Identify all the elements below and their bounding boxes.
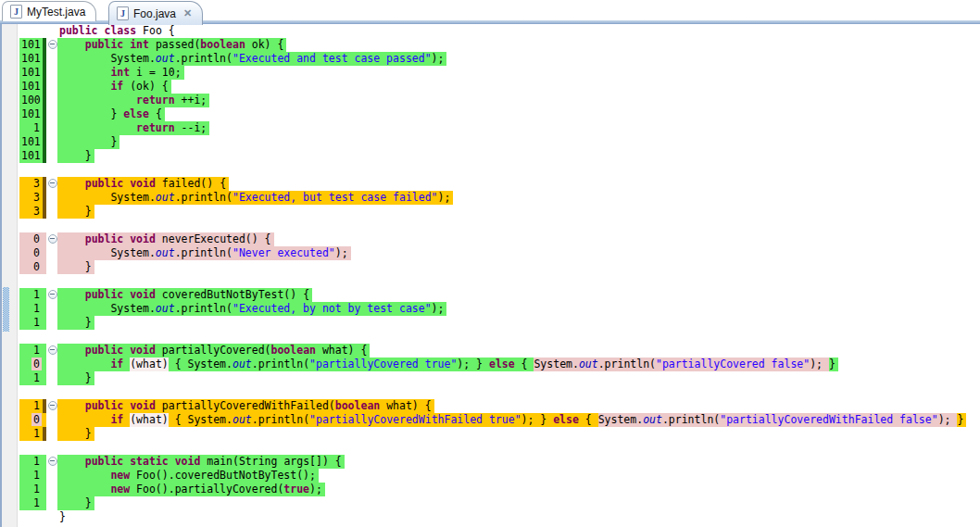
code-line[interactable]: public class Foo { — [0, 24, 980, 38]
tab-mytest-java[interactable]: J MyTest.java — [2, 1, 96, 21]
coverage-count: 1 — [19, 496, 46, 510]
coverage-count: 0 — [19, 358, 46, 371]
code-line[interactable] — [0, 219, 980, 232]
code-line[interactable]: 1 } — [0, 371, 980, 385]
coverage-count: 1 — [19, 371, 46, 385]
code-line[interactable] — [0, 441, 980, 455]
coverage-change-bar — [43, 80, 46, 94]
fold-minus-icon[interactable] — [48, 345, 57, 355]
code-text: if (what) { System.out.println("partiall… — [57, 358, 838, 371]
coverage-count: 1 — [19, 344, 46, 358]
code-line[interactable]: 101 public int passed(boolean ok) { — [0, 38, 980, 52]
fold-minus-icon[interactable] — [48, 290, 57, 299]
tab-foo-java[interactable]: J Foo.java ✕ — [108, 1, 203, 25]
code-text: return --i; — [57, 121, 209, 135]
code-text: System.out.println("Executed and test ca… — [57, 52, 446, 66]
code-text: } — [57, 316, 94, 330]
fold-minus-icon[interactable] — [48, 234, 57, 244]
code-text: } — [57, 510, 69, 524]
tab-label: MyTest.java — [27, 6, 85, 19]
code-line[interactable] — [0, 330, 980, 344]
coverage-count: 1 — [19, 288, 46, 302]
code-line[interactable]: 101 int i = 10; — [0, 66, 980, 80]
code-line[interactable]: 1 new Foo().coveredButNotByTest(); — [0, 469, 980, 483]
code-line[interactable] — [0, 163, 980, 177]
coverage-count: 0 — [19, 413, 46, 427]
code-line[interactable]: 101 } else { — [0, 107, 980, 121]
code-line[interactable]: 1 public void coveredButNotByTest() { — [0, 288, 980, 302]
coverage-change-bar — [43, 94, 46, 107]
coverage-change-bar — [43, 121, 46, 135]
code-line[interactable]: 1 public void partiallyCovered(boolean w… — [0, 344, 980, 358]
coverage-change-bar — [43, 191, 46, 205]
coverage-count: 1 — [19, 483, 46, 496]
fold-minus-icon[interactable] — [48, 457, 57, 466]
fold-minus-icon[interactable] — [48, 40, 57, 49]
code-line[interactable]: 1 } — [0, 496, 980, 510]
coverage-count: 1 — [19, 469, 46, 483]
code-text: if (ok) { — [57, 80, 171, 94]
code-text: public class Foo { — [57, 24, 178, 38]
coverage-change-bar — [43, 177, 46, 191]
coverage-change-bar — [43, 135, 46, 149]
code-line[interactable]: 1 System.out.println("Executed, by not b… — [0, 302, 980, 316]
fold-minus-icon[interactable] — [48, 401, 57, 410]
code-text: } — [57, 496, 94, 510]
code-lines: public class Foo {101 public int passed(… — [0, 24, 980, 524]
code-text: System.out.println("Executed, but test c… — [57, 191, 453, 205]
code-text: public void coveredButNotByTest() { — [57, 288, 312, 302]
fold-minus-icon[interactable] — [48, 179, 57, 188]
code-line[interactable]: 101 } — [0, 135, 980, 149]
code-text: new Foo().partiallyCovered(true); — [57, 483, 325, 496]
code-line[interactable]: 1 public void partiallyCoveredWithFailed… — [0, 399, 980, 413]
coverage-count: 0 — [19, 260, 46, 274]
code-text: } — [57, 149, 94, 163]
code-text: } — [57, 135, 119, 149]
code-line[interactable]: 1 public static void main(String args[])… — [0, 455, 980, 469]
code-line[interactable] — [0, 385, 980, 399]
coverage-count: 1 — [19, 302, 46, 316]
coverage-change-bar — [43, 66, 46, 80]
editor-tab-bar: J MyTest.java J Foo.java ✕ — [0, 0, 980, 24]
code-line[interactable]: 0 if (what) { System.out.println("partia… — [0, 413, 980, 427]
code-text: System.out.println("Executed, by not by … — [57, 302, 446, 316]
coverage-change-bar — [43, 52, 46, 66]
code-text: } else { — [57, 107, 165, 121]
coverage-change-bar — [43, 107, 46, 121]
java-file-icon: J — [10, 5, 22, 19]
code-line[interactable]: 1 return --i; — [0, 121, 980, 135]
code-line[interactable] — [0, 274, 980, 288]
code-line[interactable]: } — [0, 510, 980, 524]
code-text: public static void main(String args[]) { — [57, 455, 345, 469]
code-line[interactable]: 0 System.out.println("Never executed"); — [0, 246, 980, 260]
code-line[interactable]: 0 public void neverExecuted() { — [0, 232, 980, 246]
code-line[interactable]: 3 public void failed() { — [0, 177, 980, 191]
code-text: if (what) { System.out.println("partiall… — [57, 413, 966, 427]
coverage-count: 1 — [19, 316, 46, 330]
code-text: public void failed() { — [57, 177, 229, 191]
code-line[interactable]: 1 new Foo().partiallyCovered(true); — [0, 483, 980, 496]
java-file-icon: J — [117, 6, 129, 20]
code-text: public void partiallyCovered(boolean wha… — [57, 344, 370, 358]
code-line[interactable]: 1 } — [0, 427, 980, 441]
code-line[interactable]: 101 } — [0, 149, 980, 163]
close-icon[interactable]: ✕ — [183, 7, 192, 19]
code-line[interactable]: 3 } — [0, 205, 980, 219]
code-line[interactable]: 0 if (what) { System.out.println("partia… — [0, 358, 980, 371]
code-line[interactable]: 0 } — [0, 260, 980, 274]
coverage-count: 0 — [19, 232, 46, 246]
code-line[interactable]: 100 return ++i; — [0, 94, 980, 107]
code-editor[interactable]: public class Foo {101 public int passed(… — [0, 24, 980, 527]
coverage-count: 1 — [19, 455, 46, 469]
tab-label: Foo.java — [133, 7, 176, 20]
code-line[interactable]: 101 System.out.println("Executed and tes… — [0, 52, 980, 66]
code-text: } — [57, 205, 94, 219]
code-text: int i = 10; — [57, 66, 184, 80]
code-text: public int passed(boolean ok) { — [57, 38, 286, 52]
coverage-change-bar — [43, 427, 46, 441]
code-line[interactable]: 3 System.out.println("Executed, but test… — [0, 191, 980, 205]
code-line[interactable]: 101 if (ok) { — [0, 80, 980, 94]
eclipse-editor-window: J MyTest.java J Foo.java ✕ public class … — [0, 0, 980, 527]
code-text: new Foo().coveredButNotByTest(); — [57, 469, 319, 483]
code-line[interactable]: 1 } — [0, 316, 980, 330]
